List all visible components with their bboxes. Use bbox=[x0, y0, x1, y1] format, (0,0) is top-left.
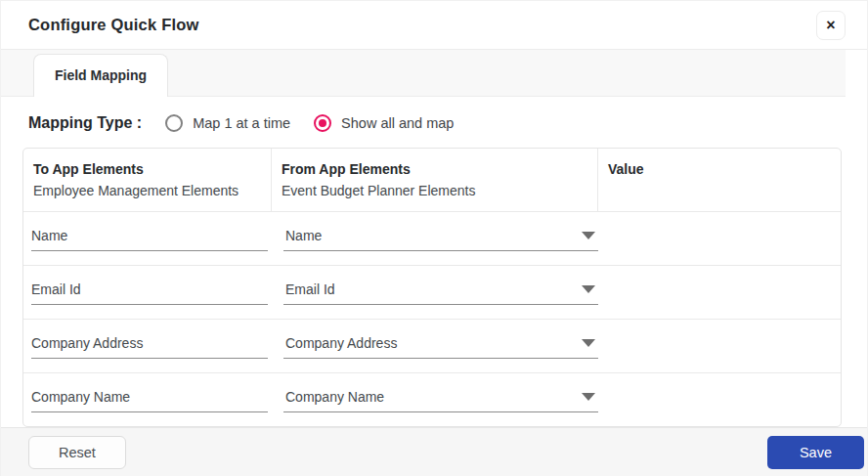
to-element-cell bbox=[23, 373, 272, 426]
column-title: Value bbox=[608, 159, 831, 181]
close-button[interactable]: × bbox=[816, 11, 846, 40]
from-element-cell: Name bbox=[272, 212, 598, 265]
select-value: Email Id bbox=[285, 281, 335, 297]
tab-label: Field Mapping bbox=[55, 67, 147, 83]
field-mapping-table: To App Elements Employee Management Elem… bbox=[22, 148, 842, 427]
from-element-select[interactable]: Name bbox=[283, 226, 598, 251]
reset-button[interactable]: Reset bbox=[28, 436, 126, 469]
table-row: Name bbox=[23, 211, 841, 265]
configure-quick-flow-dialog: Configure Quick Flow × Field Mapping Map… bbox=[0, 0, 868, 476]
chevron-down-icon bbox=[582, 393, 595, 401]
value-cell bbox=[598, 266, 841, 319]
select-value: Company Address bbox=[285, 335, 397, 351]
tab-strip: Field Mapping bbox=[1, 50, 846, 97]
column-header-from-app: From App Elements Event Budget Planner E… bbox=[272, 149, 598, 211]
from-element-cell: Email Id bbox=[272, 266, 598, 319]
column-subtitle: Employee Management Elements bbox=[33, 181, 261, 202]
to-element-cell bbox=[23, 320, 272, 372]
table-row: Company Name bbox=[23, 372, 841, 426]
table-header-row: To App Elements Employee Management Elem… bbox=[23, 149, 841, 211]
column-subtitle: Event Budget Planner Elements bbox=[282, 181, 587, 202]
from-element-cell: Company Name bbox=[272, 373, 598, 426]
dialog-footer: Reset Save bbox=[1, 427, 867, 476]
radio-option-map-1-at-a-time[interactable]: Map 1 at a time bbox=[165, 114, 290, 132]
mapping-type-row: Mapping Type : Map 1 at a time Show all … bbox=[28, 109, 842, 137]
dialog-title: Configure Quick Flow bbox=[28, 16, 199, 34]
to-element-input[interactable] bbox=[31, 333, 268, 359]
dialog-content: Mapping Type : Map 1 at a time Show all … bbox=[1, 97, 867, 427]
column-header-to-app: To App Elements Employee Management Elem… bbox=[23, 149, 272, 211]
radio-option-show-all-and-map[interactable]: Show all and map bbox=[314, 114, 454, 132]
column-header-value: Value bbox=[598, 149, 841, 211]
radio-unselected-icon[interactable] bbox=[165, 114, 183, 132]
tab-field-mapping[interactable]: Field Mapping bbox=[33, 54, 168, 97]
close-icon: × bbox=[826, 17, 835, 34]
dialog-header: Configure Quick Flow × bbox=[1, 1, 867, 50]
radio-selected-icon[interactable] bbox=[314, 114, 331, 132]
column-title: To App Elements bbox=[33, 159, 261, 181]
value-cell bbox=[598, 212, 841, 265]
from-element-select[interactable]: Company Name bbox=[283, 387, 598, 412]
table-row: Email Id bbox=[23, 265, 841, 319]
value-cell bbox=[598, 320, 841, 372]
radio-option-label: Show all and map bbox=[341, 115, 454, 131]
chevron-down-icon bbox=[582, 285, 595, 293]
to-element-cell bbox=[23, 266, 272, 319]
from-element-cell: Company Address bbox=[272, 320, 598, 372]
select-value: Name bbox=[285, 228, 322, 243]
table-row: Company Address bbox=[23, 319, 841, 372]
to-element-cell bbox=[23, 212, 272, 265]
to-element-input[interactable] bbox=[31, 226, 268, 251]
mapping-type-label: Mapping Type : bbox=[28, 114, 142, 132]
to-element-input[interactable] bbox=[31, 387, 268, 412]
chevron-down-icon bbox=[582, 339, 595, 347]
radio-option-label: Map 1 at a time bbox=[193, 115, 290, 131]
save-button[interactable]: Save bbox=[767, 436, 864, 469]
value-cell bbox=[598, 373, 841, 426]
chevron-down-icon bbox=[582, 232, 595, 239]
column-title: From App Elements bbox=[282, 159, 587, 181]
to-element-input[interactable] bbox=[31, 280, 268, 305]
select-value: Company Name bbox=[285, 389, 384, 405]
from-element-select[interactable]: Email Id bbox=[283, 280, 598, 305]
from-element-select[interactable]: Company Address bbox=[283, 333, 598, 359]
